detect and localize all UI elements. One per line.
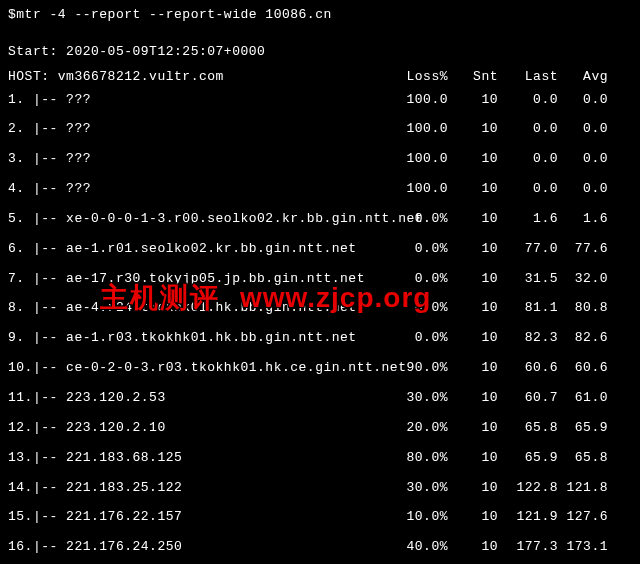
table-row: 14.|-- 221.183.25.12230.0%10122.8121.8 bbox=[8, 479, 632, 498]
avg-cell: 0.0 bbox=[558, 150, 608, 169]
loss-cell: 100.0 bbox=[388, 120, 448, 139]
table-row: 5. |-- xe-0-0-0-1-3.r00.seolko02.kr.bb.g… bbox=[8, 210, 632, 229]
avg-cell: 80.8 bbox=[558, 299, 608, 318]
table-row: 4. |-- ???100.0100.00.0 bbox=[8, 180, 632, 199]
snt-cell: 10 bbox=[448, 479, 498, 498]
avg-cell: 60.6 bbox=[558, 359, 608, 378]
last-cell: 0.0 bbox=[498, 150, 558, 169]
table-header: HOST: vm36678212.vultr.com Loss% Snt Las… bbox=[8, 68, 632, 87]
hop-cell: 7. |-- ae-17.r30.tokyjp05.jp.bb.gin.ntt.… bbox=[8, 270, 388, 289]
avg-cell: 121.8 bbox=[558, 479, 608, 498]
snt-cell: 10 bbox=[448, 180, 498, 199]
snt-cell: 10 bbox=[448, 508, 498, 527]
avg-cell: 173.1 bbox=[558, 538, 608, 557]
loss-cell: 80.0% bbox=[388, 449, 448, 468]
avg-cell: 1.6 bbox=[558, 210, 608, 229]
snt-cell: 10 bbox=[448, 270, 498, 289]
hop-cell: 10.|-- ce-0-2-0-3.r03.tkokhk01.hk.ce.gin… bbox=[8, 359, 388, 378]
last-cell: 82.3 bbox=[498, 329, 558, 348]
table-row: 7. |-- ae-17.r30.tokyjp05.jp.bb.gin.ntt.… bbox=[8, 270, 632, 289]
table-row: 13.|-- 221.183.68.12580.0%1065.965.8 bbox=[8, 449, 632, 468]
hop-cell: 15.|-- 221.176.22.157 bbox=[8, 508, 388, 527]
avg-cell: 127.6 bbox=[558, 508, 608, 527]
loss-cell: 10.0% bbox=[388, 508, 448, 527]
table-row: 6. |-- ae-1.r01.seolko02.kr.bb.gin.ntt.n… bbox=[8, 240, 632, 259]
snt-cell: 10 bbox=[448, 329, 498, 348]
snt-cell: 10 bbox=[448, 449, 498, 468]
loss-cell: 20.0% bbox=[388, 419, 448, 438]
last-cell: 65.8 bbox=[498, 419, 558, 438]
avg-cell: 82.6 bbox=[558, 329, 608, 348]
last-cell: 65.9 bbox=[498, 449, 558, 468]
loss-cell: 0.0% bbox=[388, 240, 448, 259]
last-cell: 81.1 bbox=[498, 299, 558, 318]
loss-cell: 100.0 bbox=[388, 150, 448, 169]
hop-cell: 8. |-- ae-4.r24.tkokhk01.hk.bb.gin.ntt.n… bbox=[8, 299, 388, 318]
hop-cell: 14.|-- 221.183.25.122 bbox=[8, 479, 388, 498]
last-cell: 177.3 bbox=[498, 538, 558, 557]
last-cell: 0.0 bbox=[498, 91, 558, 110]
loss-cell: 100.0 bbox=[388, 180, 448, 199]
last-cell: 121.9 bbox=[498, 508, 558, 527]
snt-cell: 10 bbox=[448, 389, 498, 408]
loss-cell: 0.0% bbox=[388, 270, 448, 289]
table-row: 8. |-- ae-4.r24.tkokhk01.hk.bb.gin.ntt.n… bbox=[8, 299, 632, 318]
table-row: 2. |-- ???100.0100.00.0 bbox=[8, 120, 632, 139]
table-row: 16.|-- 221.176.24.25040.0%10177.3173.1 bbox=[8, 538, 632, 557]
loss-cell: 30.0% bbox=[388, 389, 448, 408]
snt-cell: 10 bbox=[448, 538, 498, 557]
last-cell: 60.6 bbox=[498, 359, 558, 378]
table-row: 1. |-- ???100.0100.00.0 bbox=[8, 91, 632, 110]
snt-cell: 10 bbox=[448, 299, 498, 318]
loss-cell: 100.0 bbox=[388, 91, 448, 110]
snt-cell: 10 bbox=[448, 419, 498, 438]
table-row: 12.|-- 223.120.2.1020.0%1065.865.9 bbox=[8, 419, 632, 438]
last-cell: 31.5 bbox=[498, 270, 558, 289]
last-cell: 77.0 bbox=[498, 240, 558, 259]
snt-cell: 10 bbox=[448, 120, 498, 139]
snt-cell: 10 bbox=[448, 91, 498, 110]
avg-cell: 65.8 bbox=[558, 449, 608, 468]
snt-cell: 10 bbox=[448, 210, 498, 229]
table-row: 15.|-- 221.176.22.15710.0%10121.9127.6 bbox=[8, 508, 632, 527]
command-line: $mtr -4 --report --report-wide 10086.cn bbox=[8, 6, 632, 25]
avg-cell: 61.0 bbox=[558, 389, 608, 408]
loss-cell: 30.0% bbox=[388, 479, 448, 498]
last-cell: 122.8 bbox=[498, 479, 558, 498]
hop-cell: 3. |-- ??? bbox=[8, 150, 388, 169]
last-cell: 0.0 bbox=[498, 120, 558, 139]
header-loss: Loss% bbox=[388, 68, 448, 87]
avg-cell: 0.0 bbox=[558, 91, 608, 110]
loss-cell: 0.0% bbox=[388, 299, 448, 318]
table-body: 1. |-- ???100.0100.00.02. |-- ???100.010… bbox=[8, 91, 632, 564]
header-snt: Snt bbox=[448, 68, 498, 87]
hop-cell: 9. |-- ae-1.r03.tkokhk01.hk.bb.gin.ntt.n… bbox=[8, 329, 388, 348]
avg-cell: 0.0 bbox=[558, 120, 608, 139]
header-last: Last bbox=[498, 68, 558, 87]
avg-cell: 32.0 bbox=[558, 270, 608, 289]
hop-cell: 12.|-- 223.120.2.10 bbox=[8, 419, 388, 438]
hop-cell: 2. |-- ??? bbox=[8, 120, 388, 139]
loss-cell: 40.0% bbox=[388, 538, 448, 557]
table-row: 10.|-- ce-0-2-0-3.r03.tkokhk01.hk.ce.gin… bbox=[8, 359, 632, 378]
hop-cell: 11.|-- 223.120.2.53 bbox=[8, 389, 388, 408]
last-cell: 1.6 bbox=[498, 210, 558, 229]
loss-cell: 0.0% bbox=[388, 210, 448, 229]
hop-cell: 16.|-- 221.176.24.250 bbox=[8, 538, 388, 557]
loss-cell: 0.0% bbox=[388, 329, 448, 348]
host-label: HOST: vm36678212.vultr.com bbox=[8, 68, 388, 87]
avg-cell: 77.6 bbox=[558, 240, 608, 259]
snt-cell: 10 bbox=[448, 240, 498, 259]
hop-cell: 13.|-- 221.183.68.125 bbox=[8, 449, 388, 468]
last-cell: 0.0 bbox=[498, 180, 558, 199]
snt-cell: 10 bbox=[448, 359, 498, 378]
table-row: 9. |-- ae-1.r03.tkokhk01.hk.bb.gin.ntt.n… bbox=[8, 329, 632, 348]
avg-cell: 65.9 bbox=[558, 419, 608, 438]
last-cell: 60.7 bbox=[498, 389, 558, 408]
hop-cell: 6. |-- ae-1.r01.seolko02.kr.bb.gin.ntt.n… bbox=[8, 240, 388, 259]
avg-cell: 0.0 bbox=[558, 180, 608, 199]
start-line: Start: 2020-05-09T12:25:07+0000 bbox=[8, 43, 632, 62]
hop-cell: 4. |-- ??? bbox=[8, 180, 388, 199]
table-row: 3. |-- ???100.0100.00.0 bbox=[8, 150, 632, 169]
table-row: 11.|-- 223.120.2.5330.0%1060.761.0 bbox=[8, 389, 632, 408]
